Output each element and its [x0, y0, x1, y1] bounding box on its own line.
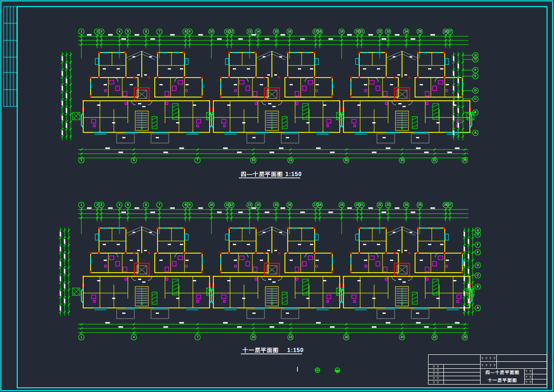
svg-text:B: B — [477, 285, 479, 288]
grid-bubble: 10 — [251, 334, 256, 340]
svg-text:22: 22 — [433, 335, 436, 339]
svg-text:7: 7 — [197, 335, 198, 339]
svg-text:13: 13 — [289, 335, 292, 339]
grid-bubble: 27 — [447, 29, 453, 34]
title-block-row-label: ? ? — [428, 380, 444, 385]
grid-bubble: 14 — [255, 29, 261, 34]
svg-text:19: 19 — [400, 158, 404, 162]
grid-bubble: E — [475, 249, 481, 255]
grid-bubble: 22 — [377, 29, 383, 34]
grid-bubble: 3 — [99, 202, 104, 208]
title-block-row-value — [443, 380, 481, 385]
apartment-unit — [342, 51, 472, 143]
grid-bubble: 13 — [288, 334, 293, 340]
svg-text:22: 22 — [433, 158, 436, 162]
grid-bubble: 23 — [385, 202, 391, 208]
title-block-header-label: ? ? ? ? — [480, 361, 497, 369]
grid-bubble: 24 — [403, 29, 409, 34]
grid-bubble: D — [475, 262, 481, 268]
title-block-drawing-title: 四—十层平面图 十一层平面图 — [480, 368, 525, 385]
grid-bubble: 25 — [417, 29, 422, 34]
grid-bubble: 27 — [447, 202, 453, 208]
plan-scale: 1:150 — [287, 347, 304, 353]
title-underline — [241, 353, 302, 354]
grid-bubble: 5 — [125, 202, 131, 208]
svg-text:H: H — [475, 53, 477, 57]
north-symbol — [315, 368, 320, 372]
svg-text:7: 7 — [197, 158, 198, 162]
svg-text:25: 25 — [418, 30, 422, 33]
grid-bubble: 10 — [209, 29, 214, 34]
svg-text:10: 10 — [251, 158, 255, 162]
svg-text:18: 18 — [318, 203, 322, 206]
svg-text:4: 4 — [133, 158, 135, 162]
plan-title: 四—十层平面图 — [241, 171, 283, 177]
grid-bubble: 13 — [247, 29, 252, 34]
svg-text:G: G — [474, 58, 476, 61]
grid-bubble: 6 — [143, 29, 149, 34]
grid-bubble: 10 — [209, 202, 214, 208]
apartment-unit — [81, 227, 211, 319]
title-block-header-label: ? ? ? ? — [480, 354, 497, 362]
svg-text:15: 15 — [274, 203, 278, 206]
grid-bubble: 7 — [157, 202, 162, 208]
svg-text:21: 21 — [360, 30, 363, 33]
svg-text:8: 8 — [185, 203, 186, 206]
svg-text:10: 10 — [251, 335, 255, 339]
grid-bubble: 23 — [385, 29, 391, 34]
svg-text:25: 25 — [418, 203, 422, 206]
grid-bubble: E — [473, 73, 478, 79]
grid-bubble: 1 — [79, 29, 84, 34]
svg-text:9: 9 — [189, 30, 191, 33]
svg-text:14: 14 — [256, 30, 260, 33]
svg-text:10: 10 — [210, 30, 213, 33]
svg-text:4: 4 — [119, 30, 120, 33]
grid-bubble: 16 — [287, 29, 292, 34]
grid-bubble: 25 — [462, 334, 468, 340]
svg-text:24: 24 — [404, 30, 408, 33]
svg-text:15: 15 — [274, 30, 278, 33]
grid-bubble: 4 — [117, 29, 122, 34]
grid-bubble: 25 — [417, 202, 422, 208]
grid-bubble: 4 — [131, 334, 137, 340]
svg-text:5: 5 — [127, 30, 129, 33]
svg-text:3: 3 — [100, 203, 102, 206]
grid-bubble: A — [475, 305, 481, 311]
title-block: ? ? ? ? ? ? ? ? ? ? ? ? ? ? ? ? ? ? 四—十层… — [428, 354, 547, 385]
title-underline — [239, 177, 300, 178]
grid-bubble: 9 — [187, 202, 192, 208]
grid-bubble: 19 — [339, 202, 344, 208]
grid-bubble: 24 — [403, 202, 409, 208]
svg-text:16: 16 — [344, 158, 348, 162]
detail-symbol — [335, 368, 340, 372]
grid-bubble: 16 — [343, 157, 349, 163]
grid-bubble: 15 — [273, 202, 279, 208]
sheet-symbols — [297, 367, 340, 372]
grid-bubble: 3 — [99, 29, 104, 34]
expansion-joint-hatch — [73, 112, 80, 120]
svg-text:2: 2 — [96, 30, 98, 33]
svg-text:7: 7 — [158, 203, 160, 206]
grid-bubble: 22 — [432, 157, 437, 163]
svg-text:22: 22 — [378, 203, 382, 206]
title-block-header-value — [496, 354, 547, 362]
grid-bubble: C — [473, 96, 478, 102]
drawing-title-line2: 十一层平面图 — [488, 377, 517, 384]
svg-text:C: C — [477, 274, 479, 277]
svg-text:F: F — [475, 68, 476, 72]
grid-bubble: 22 — [432, 334, 437, 340]
svg-text:23: 23 — [386, 30, 390, 33]
svg-text:4: 4 — [119, 203, 120, 206]
grid-bubble: F — [475, 242, 481, 248]
svg-text:5: 5 — [127, 203, 129, 206]
title-block-company-cell — [428, 354, 481, 365]
plan-title: 十一层平面图 — [242, 347, 279, 353]
grid-bubble: B — [475, 284, 481, 289]
svg-text:9: 9 — [189, 203, 191, 206]
grid-bubble: 13 — [247, 202, 252, 208]
svg-text:25: 25 — [463, 335, 467, 339]
svg-text:12: 12 — [230, 30, 233, 33]
grid-bubble: A — [473, 130, 478, 136]
title-block-header-value — [496, 361, 547, 369]
drawing-canvas: 1234567891011121314151617181920212223242… — [0, 0, 554, 392]
